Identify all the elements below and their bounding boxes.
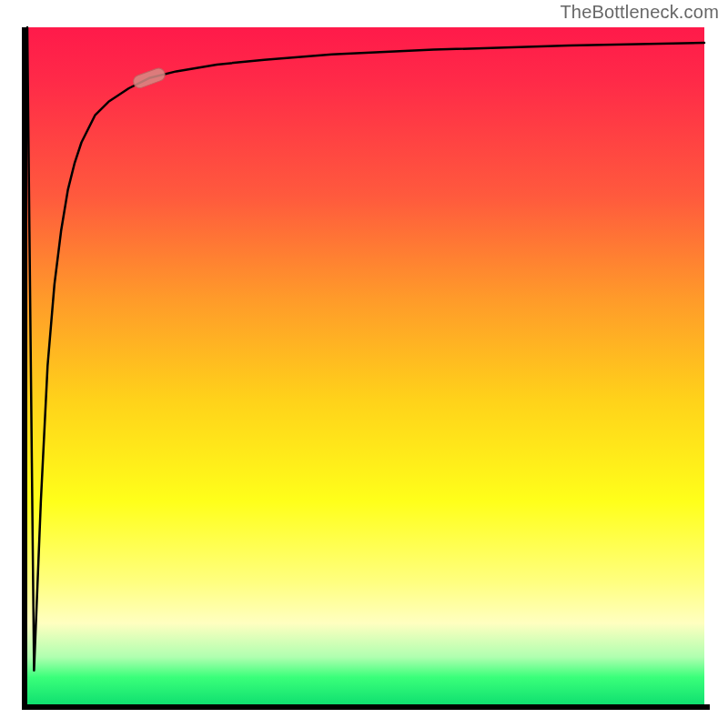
curve-line (27, 27, 704, 671)
attribution-text: TheBottleneck.com (560, 2, 719, 23)
chart-container: TheBottleneck.com (0, 0, 728, 728)
x-axis (22, 704, 710, 710)
curve-marker (132, 66, 167, 89)
curve-layer (27, 27, 704, 704)
svg-rect-0 (132, 66, 167, 89)
